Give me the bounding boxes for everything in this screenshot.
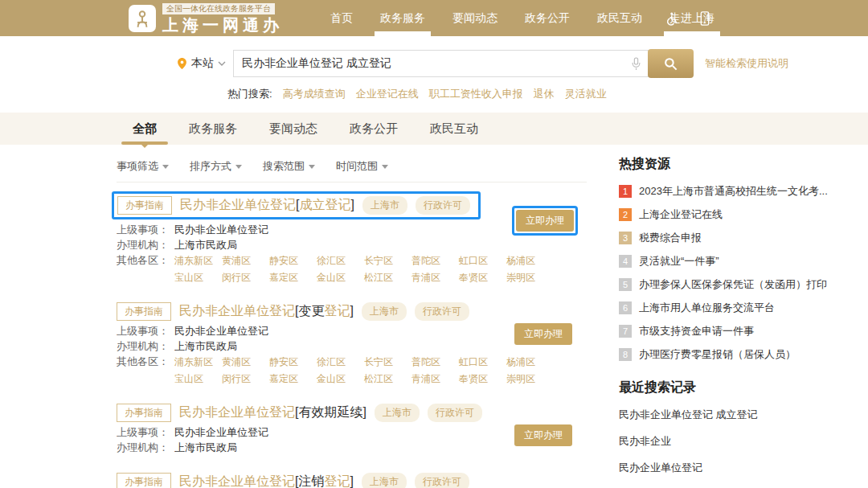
hot-resource-item[interactable]: 4 灵活就业“一件事” [619, 254, 860, 269]
district-link[interactable]: 静安区 [269, 355, 317, 368]
district-link[interactable]: 崇明区 [506, 372, 554, 385]
district-link[interactable]: 虹口区 [459, 254, 506, 267]
apply-now-button[interactable]: 立即办理 [514, 424, 572, 446]
district-link[interactable]: 浦东新区 [174, 355, 222, 368]
nav-item-home[interactable]: 首页 [317, 0, 366, 36]
smart-search-help-link[interactable]: 智能检索使用说明 [705, 56, 788, 71]
district-link[interactable]: 闵行区 [222, 372, 269, 385]
highlight-box-button: 立即办理 [512, 206, 578, 236]
district-link[interactable]: 青浦区 [411, 372, 459, 385]
search-box [233, 50, 649, 77]
result-title-link[interactable]: 民办非企业单位登记[成立登记] [180, 197, 354, 214]
district-link[interactable]: 长宁区 [364, 355, 411, 368]
recent-search-item[interactable]: 民办非企业 [619, 434, 860, 449]
results-column: 事项筛选 排序方式 搜索范围 时间范围 办事指南 民办非企业单位登记[成立登记]… [117, 154, 587, 488]
highlight-box-title: 办事指南 民办非企业单位登记[成立登记] 上海市 行政许可 [112, 191, 481, 219]
hot-search-link[interactable]: 企业登记在线 [356, 87, 419, 101]
hot-search-label: 热门搜索: [227, 87, 272, 101]
district-link[interactable]: 普陀区 [411, 355, 459, 368]
tab-services[interactable]: 政务服务 [189, 113, 237, 145]
result-title-link[interactable]: 民办非企业单位登记[注销登记] [179, 474, 354, 488]
hot-resource-item[interactable]: 2 上海企业登记在线 [619, 207, 860, 222]
agency-value: 上海市民政局 [174, 239, 237, 252]
recent-search-item[interactable]: 民办企业单位登记 [619, 461, 860, 475]
result-title-link[interactable]: 民办非企业单位登记[有效期延续] [179, 404, 366, 421]
district-link[interactable]: 徐汇区 [317, 254, 364, 267]
district-link[interactable]: 金山区 [317, 271, 364, 284]
apply-now-button[interactable]: 立即办理 [514, 323, 572, 345]
hot-search-row: 热门搜索: 高考成绩查询企业登记在线职工工资性收入申报退休灵活就业 [227, 87, 868, 101]
district-link[interactable]: 青浦区 [411, 271, 459, 284]
agency-label: 办理机构： [117, 239, 174, 252]
district-link[interactable]: 宝山区 [174, 372, 222, 385]
hot-resource-item[interactable]: 8 办理医疗费零星报销（居保人员） [619, 347, 860, 362]
agency-label: 办理机构： [117, 340, 174, 353]
search-button[interactable] [648, 49, 694, 78]
rank-badge: 6 [619, 301, 632, 314]
district-link[interactable]: 松江区 [364, 372, 411, 385]
hot-resource-item[interactable]: 7 市级支持资金申请一件事 [619, 324, 860, 338]
parent-item-value: 民办非企业单位登记 [174, 223, 268, 236]
hot-search-link[interactable]: 职工工资性收入申报 [429, 87, 523, 101]
search-scope-dropdown[interactable]: 本站 [177, 56, 226, 71]
filter-item-type[interactable]: 事项筛选 [117, 159, 169, 174]
district-link[interactable]: 杨浦区 [506, 254, 554, 267]
district-link[interactable]: 嘉定区 [269, 271, 317, 284]
guide-tag[interactable]: 办事指南 [117, 196, 172, 215]
guide-tag[interactable]: 办事指南 [117, 302, 171, 321]
nav-item-news[interactable]: 要闻动态 [439, 0, 511, 36]
search-scope-label: 本站 [191, 56, 214, 71]
district-link[interactable]: 黄浦区 [222, 355, 269, 368]
district-link[interactable]: 奉贤区 [459, 372, 506, 385]
hot-search-link[interactable]: 灵活就业 [565, 87, 607, 101]
rank-badge: 2 [619, 208, 632, 221]
district-link[interactable]: 嘉定区 [269, 372, 317, 385]
nav-item-services[interactable]: 政务服务 [366, 0, 439, 36]
district-link[interactable]: 长宁区 [364, 254, 411, 267]
sidebar: 热搜资源 1 2023年上海市普通高校招生统一文化考... 2 上海企业登记在线… [619, 154, 860, 488]
tab-disclosure[interactable]: 政务公开 [350, 113, 398, 145]
district-link[interactable]: 奉贤区 [459, 271, 506, 284]
accessibility-icon[interactable] [664, 11, 678, 26]
district-link[interactable]: 虹口区 [459, 355, 506, 368]
hot-search-link[interactable]: 退休 [534, 87, 555, 101]
nav-item-interaction[interactable]: 政民互动 [583, 0, 656, 36]
filter-search-range[interactable]: 搜索范围 [263, 159, 315, 174]
district-link[interactable]: 宝山区 [174, 271, 222, 284]
district-link[interactable]: 徐汇区 [317, 355, 364, 368]
parent-item-label: 上级事项： [117, 223, 174, 236]
district-link[interactable]: 静安区 [269, 254, 317, 267]
top-header: 全国一体化在线政务服务平台 上海一网通办 首页 政务服务 要闻动态 政务公开 政… [0, 0, 868, 36]
nav-item-disclosure[interactable]: 政务公开 [511, 0, 583, 36]
district-link[interactable]: 松江区 [364, 271, 411, 284]
site-logo[interactable]: 全国一体化在线政务服务平台 上海一网通办 [129, 3, 283, 34]
tab-news[interactable]: 要闻动态 [269, 113, 317, 145]
guide-tag[interactable]: 办事指南 [117, 473, 171, 488]
district-link[interactable]: 金山区 [317, 372, 364, 385]
filter-sort-order[interactable]: 排序方式 [190, 159, 242, 174]
apply-now-button[interactable]: 立即办理 [516, 210, 574, 232]
hot-resource-item[interactable]: 3 税费综合申报 [619, 231, 860, 245]
hot-search-link[interactable]: 高考成绩查询 [283, 87, 346, 101]
hot-resource-item[interactable]: 6 上海市用人单位服务交流平台 [619, 301, 860, 315]
district-link[interactable]: 黄浦区 [222, 254, 269, 267]
district-link[interactable]: 浦东新区 [174, 254, 222, 267]
district-link[interactable]: 普陀区 [411, 254, 459, 267]
search-input[interactable] [234, 57, 624, 70]
microphone-icon[interactable] [624, 56, 648, 72]
district-link[interactable]: 杨浦区 [506, 355, 554, 368]
hot-resource-item[interactable]: 1 2023年上海市普通高校招生统一文化考... [619, 184, 860, 199]
category-pill: 行政许可 [428, 404, 482, 422]
mobile-icon[interactable] [699, 10, 710, 27]
recent-search-item[interactable]: 民办非企业单位登记 成立登记 [619, 408, 860, 422]
tab-interaction[interactable]: 政民互动 [430, 113, 478, 145]
result-title-link[interactable]: 民办非企业单位登记[变更登记] [179, 303, 354, 320]
tab-all[interactable]: 全部 [133, 113, 157, 145]
filter-time-range[interactable]: 时间范围 [336, 159, 388, 174]
district-link[interactable]: 闵行区 [222, 271, 269, 284]
caret-down-icon [162, 165, 169, 172]
guide-tag[interactable]: 办事指南 [117, 404, 171, 422]
search-result-item: 办事指南 民办非企业单位登记[注销登记] 上海市 行政许可 上级事项：民办非企业… [117, 467, 587, 488]
district-link[interactable]: 崇明区 [506, 271, 554, 284]
hot-resource-item[interactable]: 5 办理参保人医保参保凭证（发函用）打印 [619, 277, 860, 292]
